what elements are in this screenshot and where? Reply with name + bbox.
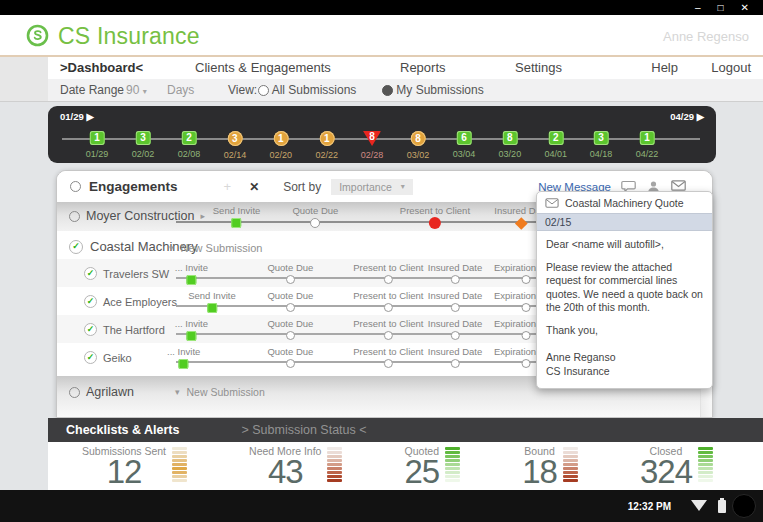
- timeline-marker-alert[interactable]: 802/28: [361, 131, 384, 160]
- milestone-quote-due[interactable]: Quote Due: [267, 262, 313, 284]
- nav-dashboard[interactable]: >Dashboard<: [60, 60, 143, 75]
- client-name: Agrilawn: [86, 385, 134, 399]
- window-titlebar: – □ ✕: [0, 0, 763, 15]
- radio-all-submissions[interactable]: All Submissions: [258, 83, 356, 97]
- submission-status-toggle[interactable]: > Submission Status <: [241, 423, 366, 437]
- milestone-pending-marker: [451, 359, 460, 368]
- milestone-pending-marker: [384, 359, 393, 368]
- chevron-down-icon[interactable]: ▾: [169, 243, 174, 253]
- nav-reports[interactable]: Reports: [400, 60, 446, 75]
- brand-name: CS Insurance: [58, 23, 200, 50]
- view-label: View:: [228, 83, 257, 97]
- milestone-complete-marker: [186, 275, 196, 285]
- check-circle-icon: ✓: [84, 295, 97, 308]
- milestone-insured-date[interactable]: Insured Date: [428, 318, 482, 340]
- milestone-present-to-client[interactable]: Present to Client: [353, 346, 423, 368]
- milestone-present-to-client[interactable]: Present to Client: [353, 262, 423, 284]
- milestone-pending-marker: [384, 331, 393, 340]
- milestone-pending-marker: [522, 303, 531, 312]
- main-nav: >Dashboard< Clients & Engagements Report…: [48, 57, 763, 79]
- message-subject: Coastal Machinery Quote: [565, 197, 683, 209]
- milestone-invite[interactable]: ... Invite: [175, 318, 208, 341]
- timeline-marker[interactable]: 803/20: [499, 131, 522, 159]
- milestone-quote-due[interactable]: Quote Due: [267, 318, 313, 340]
- milestone-complete-marker: [186, 331, 196, 341]
- mail-icon: [545, 198, 559, 208]
- app-header: CS Insurance Anne Regenso: [0, 15, 763, 57]
- milestone-complete-marker: [232, 218, 242, 228]
- close-panel-button[interactable]: ✕: [249, 180, 259, 194]
- stat-submissions-sent: Submissions Sent12: [82, 445, 187, 490]
- stat-quoted: Quoted25: [404, 445, 460, 490]
- taskbar-circle-button[interactable]: [732, 494, 756, 518]
- carrier-name: The Hartford: [103, 324, 165, 336]
- milestone-pending-marker: [451, 275, 460, 284]
- message-greeting: Dear <name will autofill>,: [546, 238, 703, 252]
- message-popup-subject-row[interactable]: Coastal Machinery Quote: [537, 192, 712, 213]
- date-range-select[interactable]: 90 ▾: [126, 83, 147, 97]
- carrier-name: Travelers SW: [103, 268, 169, 280]
- milestone-pending-marker: [384, 303, 393, 312]
- carrier-name: Ace Employers: [103, 296, 177, 308]
- timeline-range-end[interactable]: 04/29 ▶: [670, 111, 704, 122]
- milestone-send-invite[interactable]: Send Invite: [213, 205, 261, 228]
- milestone-present-to-client[interactable]: Present to Client: [400, 205, 470, 229]
- milestone-invite[interactable]: ... Invite: [175, 262, 208, 285]
- timeline-marker[interactable]: 101/29: [86, 131, 109, 159]
- add-engagement-button[interactable]: +: [224, 179, 232, 194]
- radio-icon: [258, 85, 269, 96]
- timeline-marker[interactable]: 603/04: [453, 131, 476, 159]
- message-date-row[interactable]: 02/15: [537, 213, 712, 231]
- milestone-invite[interactable]: Send Invite: [188, 290, 236, 313]
- timeline-marker[interactable]: 104/22: [636, 131, 659, 159]
- milestone-quote-due[interactable]: Quote Due: [292, 205, 338, 228]
- message-signature-name: Anne Reganso: [546, 351, 703, 365]
- submission-stats-row: Submissions Sent12 Need More Info43 Quot…: [48, 442, 763, 490]
- nav-clients-engagements[interactable]: Clients & Engagements: [195, 60, 331, 75]
- nav-help[interactable]: Help: [651, 60, 678, 75]
- new-submission-button[interactable]: New Submission: [181, 242, 263, 254]
- timeline-marker[interactable]: 803/02: [407, 131, 430, 160]
- milestone-pending-marker: [384, 275, 393, 284]
- milestone-alert-marker: [429, 217, 441, 229]
- milestone-present-to-client[interactable]: Present to Client: [353, 318, 423, 340]
- wifi-icon: [691, 500, 707, 511]
- timeline-track: 101/29 302/02 202/08 302/14 102/20 102/2…: [62, 138, 700, 140]
- minimize-button[interactable]: –: [695, 3, 701, 13]
- milestone-invite[interactable]: ... Invite: [167, 346, 200, 369]
- nav-logout[interactable]: Logout: [711, 60, 751, 75]
- timeline-range-start[interactable]: 01/29 ▶: [60, 111, 94, 122]
- sort-dropdown[interactable]: Importance▾: [331, 179, 413, 195]
- milestone-pending-marker: [286, 331, 295, 340]
- milestone-quote-due[interactable]: Quote Due: [267, 290, 313, 312]
- timeline-marker[interactable]: 302/02: [132, 131, 155, 159]
- timeline-marker[interactable]: 102/22: [316, 131, 339, 160]
- logged-in-user: Anne Regenso: [663, 29, 749, 44]
- milestone-present-to-client[interactable]: Present to Client: [353, 290, 423, 312]
- milestone-pending-marker: [286, 359, 295, 368]
- timeline-marker[interactable]: 304/18: [590, 131, 613, 159]
- milestone-complete-marker: [179, 359, 189, 369]
- radio-my-submissions[interactable]: My Submissions: [382, 83, 484, 97]
- milestone-insured-date[interactable]: Insured Date: [428, 290, 482, 312]
- timeline-marker[interactable]: 302/14: [224, 131, 247, 160]
- close-button[interactable]: ✕: [741, 3, 749, 13]
- timeline-marker[interactable]: 202/08: [178, 131, 201, 159]
- milestone-quote-due[interactable]: Quote Due: [267, 346, 313, 368]
- maximize-button[interactable]: □: [718, 3, 724, 13]
- timeline-marker[interactable]: 204/01: [545, 131, 568, 159]
- chevron-down-icon: ▾: [401, 182, 405, 191]
- new-submission-button[interactable]: New Submission: [187, 386, 265, 398]
- message-signature-company: CS Insurance: [546, 365, 703, 379]
- timeline-marker[interactable]: 102/20: [270, 131, 293, 160]
- milestone-insured-date[interactable]: Insured Date: [428, 262, 482, 284]
- chevron-down-icon[interactable]: ▾: [175, 387, 180, 397]
- stat-closed: Closed324: [640, 445, 713, 490]
- milestone-insured-date[interactable]: Insured Date: [428, 346, 482, 368]
- check-circle-icon: ✓: [69, 240, 83, 254]
- checklists-title: Checklists & Alerts: [66, 423, 179, 437]
- clock: 12:32 PM: [628, 501, 671, 512]
- milestone-pending-marker: [310, 218, 320, 228]
- stat-indicator-bars: [445, 445, 460, 482]
- nav-settings[interactable]: Settings: [515, 60, 562, 75]
